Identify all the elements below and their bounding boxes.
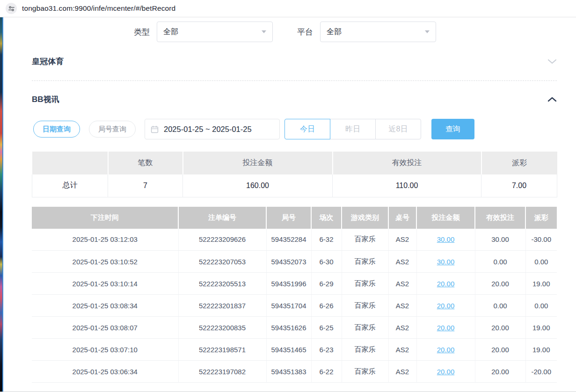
cell-time: 2025-01-25 03:08:07: [32, 317, 178, 339]
bet-detail-table: 下注时间 注单编号 局号 场次 游戏类别 桌号 投注金额 有效投注 派彩 202…: [32, 207, 557, 383]
browser-address-bar: tongbao31.com:9900/infe/mcenter/#/betRec…: [0, 0, 576, 17]
bet-amount-link[interactable]: 20.00: [437, 324, 455, 332]
cell-game: 百家乐: [342, 273, 388, 295]
filter-row: 类型 全部 平台 全部: [22, 22, 547, 42]
detail-header-row: 下注时间 注单编号 局号 场次 游戏类别 桌号 投注金额 有效投注 派彩: [32, 207, 557, 229]
cell-round: 594351996: [266, 273, 311, 295]
cell-session: 6-25: [311, 317, 342, 339]
bet-amount-link[interactable]: 20.00: [437, 280, 455, 288]
cell-time: 2025-01-25 03:10:52: [32, 251, 178, 273]
cell-desk: AS2: [388, 251, 416, 273]
cell-payout: 19.00: [525, 317, 557, 339]
bet-amount-link[interactable]: 30.00: [437, 235, 455, 243]
summary-bet-value: 160.00: [183, 174, 333, 197]
cell-bet: 30.00: [416, 229, 475, 251]
table-row: 2025-01-25 03:08:07 522223200835 5943516…: [32, 317, 557, 339]
round-query-tab[interactable]: 局号查询: [89, 121, 136, 138]
platform-filter: 平台 全部: [297, 22, 436, 42]
query-bar: 日期查询 局号查询 2025-01-25 ~ 2025-01-25 今日 昨日 …: [32, 119, 557, 139]
type-select[interactable]: 全部: [157, 22, 273, 42]
platform-select-value: 全部: [327, 27, 342, 37]
yesterday-button[interactable]: 昨日: [330, 119, 376, 139]
chevron-up-icon[interactable]: [547, 97, 557, 102]
cell-order: 522223209626: [178, 229, 266, 251]
cell-valid: 0.00: [475, 295, 525, 317]
cell-payout: -20.00: [525, 361, 557, 383]
cell-desk: AS2: [388, 361, 416, 383]
cell-round: 594352073: [266, 251, 311, 273]
section-title: BB视讯: [32, 94, 59, 105]
cell-desk: AS2: [388, 295, 416, 317]
summary-total-label: 总计: [32, 174, 108, 197]
bet-amount-link[interactable]: 20.00: [437, 368, 455, 376]
table-row: 2025-01-25 03:07:10 522223198571 5943514…: [32, 339, 557, 361]
cell-time: 2025-01-25 03:06:34: [32, 361, 178, 383]
cell-round: 594351626: [266, 317, 311, 339]
summary-payout-value: 7.00: [481, 174, 557, 197]
cell-bet: 30.00: [416, 251, 475, 273]
cell-order: 522223197082: [178, 361, 266, 383]
type-filter-label: 类型: [134, 27, 150, 37]
cell-bet: 20.00: [416, 273, 475, 295]
table-row: 2025-01-25 03:10:14 522223205513 5943519…: [32, 273, 557, 295]
cell-valid: 20.00: [475, 273, 525, 295]
cell-desk: AS2: [388, 229, 416, 251]
last8days-button[interactable]: 近8日: [375, 119, 421, 139]
cell-game: 百家乐: [342, 295, 388, 317]
date-range-picker[interactable]: 2025-01-25 ~ 2025-01-25: [145, 119, 280, 139]
platform-select[interactable]: 全部: [320, 22, 436, 42]
col-header-valid: 有效投注: [475, 207, 525, 229]
col-header-session: 场次: [311, 207, 342, 229]
cell-order: 522223201837: [178, 295, 266, 317]
tune-icon: [8, 5, 15, 12]
cell-game: 百家乐: [342, 251, 388, 273]
bet-record-page: 类型 全部 平台 全部 皇冠体育 BB视讯 日期查询 局号查询: [4, 17, 576, 392]
cell-round: 594351383: [266, 361, 311, 383]
chevron-down-icon[interactable]: [547, 59, 557, 64]
cell-time: 2025-01-25 03:08:34: [32, 295, 178, 317]
bet-amount-link[interactable]: 30.00: [437, 258, 455, 266]
today-button[interactable]: 今日: [284, 119, 330, 139]
section-crown-sports[interactable]: 皇冠体育: [32, 52, 557, 71]
date-query-tab[interactable]: 日期查询: [33, 121, 80, 138]
quick-date-group: 今日 昨日 近8日: [284, 119, 421, 139]
summary-header-row: 笔数 投注金额 有效投注 派彩: [32, 152, 557, 174]
summary-valid-value: 110.00: [333, 174, 481, 197]
cell-round: 594352284: [266, 229, 311, 251]
caret-down-icon: [425, 30, 430, 33]
cell-payout: 0.00: [525, 295, 557, 317]
col-header-game: 游戏类别: [342, 207, 388, 229]
cell-payout: 19.00: [525, 273, 557, 295]
cell-valid: 20.00: [475, 361, 525, 383]
cell-game: 百家乐: [342, 361, 388, 383]
site-settings-icon[interactable]: [6, 3, 17, 14]
cell-payout: 0.00: [525, 251, 557, 273]
bet-amount-link[interactable]: 20.00: [437, 302, 455, 310]
desktop-edge-strip: [0, 17, 3, 392]
type-filter: 类型 全部: [134, 22, 273, 42]
cell-bet: 20.00: [416, 317, 475, 339]
cell-valid: 20.00: [475, 317, 525, 339]
caret-down-icon: [262, 30, 266, 33]
cell-order: 522223198571: [178, 339, 266, 361]
cell-payout: -30.00: [525, 229, 557, 251]
search-button[interactable]: 查询: [431, 119, 474, 139]
table-row: 2025-01-25 03:10:52 522223207053 5943520…: [32, 251, 557, 273]
cell-payout: 19.00: [525, 339, 557, 361]
summary-header-bet: 投注金额: [183, 152, 333, 174]
table-row: 2025-01-25 03:06:34 522223197082 5943513…: [32, 361, 557, 383]
section-divider: [32, 80, 557, 81]
cell-round: 594351704: [266, 295, 311, 317]
table-row: 2025-01-25 03:08:34 522223201837 5943517…: [32, 295, 557, 317]
section-bb-live[interactable]: BB视讯: [32, 90, 557, 109]
cell-order: 522223200835: [178, 317, 266, 339]
col-header-desk: 桌号: [388, 207, 416, 229]
cell-session: 6-29: [311, 273, 342, 295]
url-omnibox[interactable]: tongbao31.com:9900/infe/mcenter/#/betRec…: [22, 4, 175, 13]
summary-total-row: 总计 7 160.00 110.00 7.00: [32, 174, 557, 197]
cell-time: 2025-01-25 03:12:03: [32, 229, 178, 251]
col-header-bet: 投注金额: [416, 207, 475, 229]
date-range-value: 2025-01-25 ~ 2025-01-25: [164, 125, 252, 134]
bet-amount-link[interactable]: 20.00: [437, 346, 455, 354]
cell-desk: AS2: [388, 317, 416, 339]
